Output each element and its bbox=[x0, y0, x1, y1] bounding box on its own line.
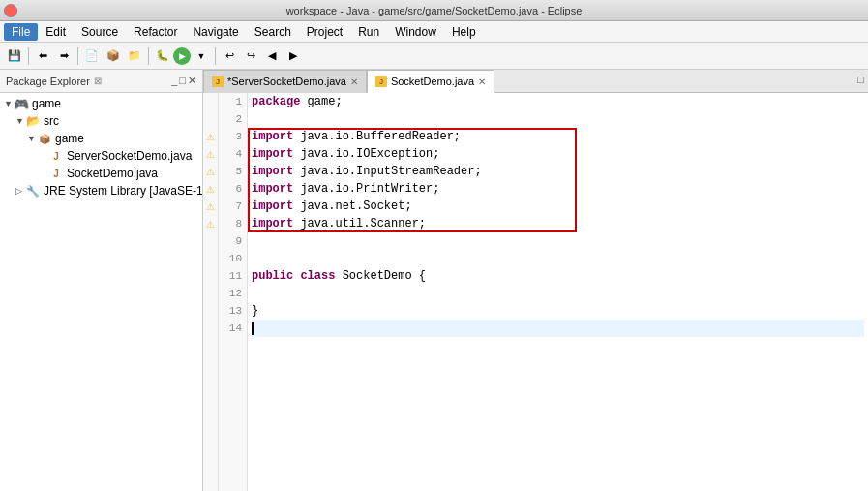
keyword-import-3: import bbox=[252, 130, 293, 143]
menu-item-refactor[interactable]: Refactor bbox=[126, 23, 185, 41]
gutter-line-2 bbox=[203, 110, 218, 128]
tree-item-game-package[interactable]: ▼ 📦 game bbox=[0, 130, 202, 147]
sidebar-minimize-btn[interactable]: _ bbox=[171, 75, 177, 87]
toolbar-sep-1 bbox=[28, 47, 29, 65]
package-explorer-title: Package Explorer ⊠ bbox=[6, 76, 102, 87]
warning-icon-5: ⚠ bbox=[206, 167, 215, 177]
tree-arrow: ▼ bbox=[4, 99, 14, 108]
warning-icon-3: ⚠ bbox=[206, 132, 215, 142]
menu-item-source[interactable]: Source bbox=[74, 23, 126, 41]
gutter-line-1 bbox=[203, 93, 218, 110]
menu-item-help[interactable]: Help bbox=[444, 23, 484, 41]
package-explorer-badge: ⊠ bbox=[94, 76, 102, 86]
tab-close-server[interactable]: ✕ bbox=[350, 77, 358, 87]
toolbar-run-btn[interactable]: ▶ bbox=[173, 47, 191, 65]
tab-server-socket[interactable]: J *ServerSocketDemo.java ✕ bbox=[203, 70, 367, 93]
tree-label-server-socket: ServerSocketDemo.java bbox=[67, 149, 192, 163]
ln-4: 4 bbox=[219, 145, 247, 163]
toolbar: 💾 ⬅ ➡ 📄 📦 📁 🐛 ▶ ▼ ↩ ↪ ◀ ▶ bbox=[0, 43, 868, 70]
ln-10: 10 bbox=[219, 250, 247, 267]
menu-item-edit[interactable]: Edit bbox=[38, 23, 74, 41]
gutter-line-13 bbox=[203, 302, 218, 320]
gutter-line-9 bbox=[203, 232, 218, 250]
toolbar-sep-2 bbox=[77, 47, 78, 65]
code-content[interactable]: package game; import java.io.BufferedRea… bbox=[248, 93, 868, 491]
code-line-12 bbox=[252, 285, 864, 302]
tab-socket-demo[interactable]: J SocketDemo.java ✕ bbox=[367, 70, 494, 93]
toolbar-fwd-btn[interactable]: ➡ bbox=[53, 46, 75, 67]
code-line-2 bbox=[252, 110, 864, 128]
code-line-11: public class SocketDemo { bbox=[252, 267, 864, 285]
package-icon: 📦 bbox=[37, 131, 52, 146]
gutter-line-14 bbox=[203, 320, 218, 337]
ln-8: 8 bbox=[219, 215, 247, 232]
code-line-6: import java.io.PrintWriter; bbox=[252, 180, 864, 198]
jre-icon: 🔧 bbox=[25, 183, 41, 199]
toolbar-sep-3 bbox=[148, 47, 149, 65]
toolbar-save-btn[interactable]: 💾 bbox=[4, 46, 25, 67]
menu-bar: FileEditSourceRefactorNavigateSearchProj… bbox=[0, 21, 868, 43]
ln-5: 5 bbox=[219, 163, 247, 180]
ln-1: 1 bbox=[219, 93, 247, 110]
code-line-5: import java.io.InputStreamReader; bbox=[252, 163, 864, 180]
toolbar-nav-next[interactable]: ▶ bbox=[283, 46, 304, 67]
ln-3: 3 bbox=[219, 128, 247, 145]
warning-icon-4: ⚠ bbox=[206, 149, 215, 160]
code-line-8: import java.util.Scanner; bbox=[252, 215, 864, 232]
menu-item-window[interactable]: Window bbox=[387, 23, 444, 41]
tree-item-server-socket[interactable]: J ServerSocketDemo.java bbox=[0, 147, 202, 165]
close-button[interactable] bbox=[4, 4, 17, 17]
ln-6: 6 bbox=[219, 180, 247, 198]
code-line-13: } bbox=[252, 302, 864, 320]
tree-arrow: ▷ bbox=[15, 186, 25, 196]
tree-item-socket-demo[interactable]: J SocketDemo.java bbox=[0, 165, 202, 182]
sidebar-close-btn[interactable]: ✕ bbox=[188, 75, 196, 87]
ln-7: 7 bbox=[219, 198, 247, 215]
menu-item-run[interactable]: Run bbox=[350, 23, 387, 41]
gutter-line-11 bbox=[203, 267, 218, 285]
tree-item-game-project[interactable]: ▼ 🎮 game bbox=[0, 95, 202, 112]
tree-arrow: ▼ bbox=[15, 116, 25, 126]
gutter-line-7: ⚠ bbox=[203, 198, 218, 215]
editor-maximize-btn[interactable]: □ bbox=[857, 74, 864, 85]
gutter-line-3: ⚠ bbox=[203, 128, 218, 145]
tab-icon-socket: J bbox=[375, 76, 387, 87]
gutter-line-8: ⚠ bbox=[203, 215, 218, 232]
menu-item-search[interactable]: Search bbox=[247, 23, 299, 41]
title-bar: workspace - Java - game/src/game/SocketD… bbox=[0, 0, 868, 21]
warning-icon-7: ⚠ bbox=[206, 201, 215, 212]
toolbar-undo-btn[interactable]: ↩ bbox=[219, 46, 240, 67]
tab-label-server: *ServerSocketDemo.java bbox=[227, 76, 346, 87]
keyword-public: public bbox=[252, 269, 293, 283]
sidebar: Package Explorer ⊠ _ □ ✕ ▼ 🎮 game ▼ 📂 sr… bbox=[0, 70, 203, 491]
tab-close-socket[interactable]: ✕ bbox=[478, 77, 486, 87]
toolbar-redo-btn[interactable]: ↪ bbox=[240, 46, 261, 67]
code-editor[interactable]: ⚠ ⚠ ⚠ ⚠ ⚠ ⚠ bbox=[203, 93, 868, 491]
code-line-3: import java.io.BufferedReader; bbox=[252, 128, 864, 145]
code-line-10 bbox=[252, 250, 864, 267]
toolbar-newpkg-btn[interactable]: 📦 bbox=[103, 46, 124, 67]
toolbar-newjava-btn[interactable]: 📄 bbox=[81, 46, 103, 67]
toolbar-nav-prev[interactable]: ◀ bbox=[261, 46, 283, 67]
tree-label-game-package: game bbox=[55, 132, 84, 145]
keyword-package: package bbox=[252, 95, 300, 108]
tree-label-src: src bbox=[44, 114, 59, 128]
ln-12: 12 bbox=[219, 285, 247, 302]
java-file-icon-2: J bbox=[48, 166, 64, 181]
gutter-line-12 bbox=[203, 285, 218, 302]
toolbar-newproj-btn[interactable]: 📁 bbox=[124, 46, 145, 67]
toolbar-runcfg-btn[interactable]: ▼ bbox=[191, 46, 212, 67]
sidebar-maximize-btn[interactable]: □ bbox=[179, 75, 186, 87]
toolbar-debug-btn[interactable]: 🐛 bbox=[152, 46, 173, 67]
keyword-import-7: import bbox=[252, 199, 293, 213]
warning-icon-8: ⚠ bbox=[206, 219, 215, 230]
menu-item-project[interactable]: Project bbox=[299, 23, 350, 41]
menu-item-file[interactable]: File bbox=[4, 23, 38, 41]
ln-14: 14 bbox=[219, 320, 247, 337]
tree-item-jre[interactable]: ▷ 🔧 JRE System Library [JavaSE-1.8] bbox=[0, 182, 202, 199]
menu-item-navigate[interactable]: Navigate bbox=[185, 23, 246, 41]
tree-item-src[interactable]: ▼ 📂 src bbox=[0, 112, 202, 130]
main-layout: Package Explorer ⊠ _ □ ✕ ▼ 🎮 game ▼ 📂 sr… bbox=[0, 70, 868, 491]
toolbar-back-btn[interactable]: ⬅ bbox=[32, 46, 53, 67]
code-line-7: import java.net.Socket; bbox=[252, 198, 864, 215]
